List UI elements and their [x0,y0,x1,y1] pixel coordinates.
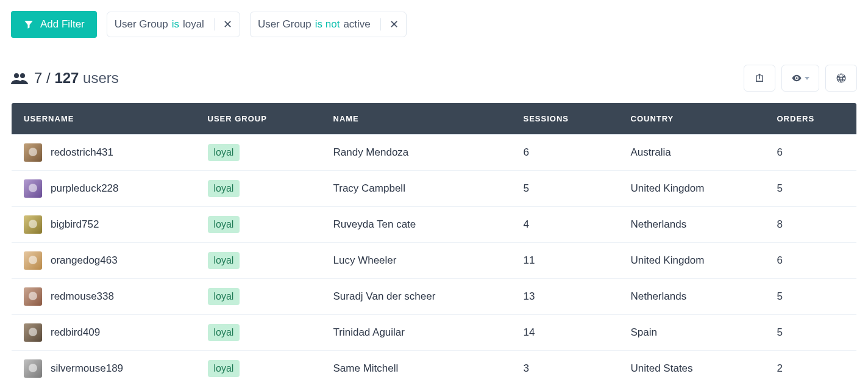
avatar [24,359,42,378]
name-cell: Ruveyda Ten cate [321,207,511,243]
column-header-orders[interactable]: ORDERS [765,103,857,135]
sessions-cell: 14 [511,315,619,351]
avatar [24,179,42,198]
name-cell: Same Mitchell [321,351,511,383]
user-group-badge: loyal [208,252,240,268]
avatar [24,143,42,162]
name-cell: Tracy Campbell [321,171,511,207]
column-header-username[interactable]: USERNAME [12,103,196,135]
column-header-country[interactable]: COUNTRY [619,103,765,135]
filter-chip-divider [214,18,215,31]
orders-cell: 6 [765,135,857,171]
filter-chip-value: active [343,18,370,31]
column-header-user-group[interactable]: USER GROUP [196,103,321,135]
column-header-name[interactable]: NAME [321,103,511,135]
user-group-badge: loyal [208,288,240,305]
username-text: orangedog463 [51,254,118,267]
table-row[interactable]: redmouse338loyalSuradj Van der scheer13N… [12,279,857,315]
table-toolbar [744,65,857,92]
svg-point-0 [14,73,19,78]
country-cell: United Kingdom [619,171,765,207]
table-row[interactable]: orangedog463loyalLucy Wheeler11United Ki… [12,243,857,279]
filter-chip-divider [380,18,381,31]
add-filter-label: Add Filter [40,18,85,31]
filter-icon [23,19,34,30]
orders-cell: 8 [765,207,857,243]
avatar [24,323,42,342]
sessions-cell: 4 [511,207,619,243]
filter-chip-operator: is [172,18,179,31]
name-cell: Suradj Van der scheer [321,279,511,315]
country-cell: Netherlands [619,279,765,315]
export-icon [754,73,765,84]
orders-cell: 2 [765,351,857,383]
filter-chip[interactable]: User Group is loyal ✕ [107,12,240,37]
orders-cell: 6 [765,243,857,279]
count-shown: 7 [34,70,42,86]
table-row[interactable]: redostrich431loyalRandy Mendoza6Australi… [12,135,857,171]
table-row[interactable]: purpleduck228loyalTracy Campbell5United … [12,171,857,207]
filter-bar: Add Filter User Group is loyal ✕ User Gr… [11,11,857,38]
sessions-cell: 5 [511,171,619,207]
orders-cell: 5 [765,279,857,315]
username-text: silvermouse189 [51,362,123,375]
export-button[interactable] [744,65,775,92]
eye-icon [791,73,802,84]
avatar [24,215,42,234]
name-cell: Trinidad Aguilar [321,315,511,351]
username-text: purpleduck228 [51,182,119,195]
sessions-cell: 6 [511,135,619,171]
table-row[interactable]: silvermouse189loyalSame Mitchell3United … [12,351,857,383]
country-cell: United States [619,351,765,383]
name-cell: Randy Mendoza [321,135,511,171]
count-separator: / [46,70,51,86]
svg-point-1 [20,73,25,78]
visibility-dropdown-button[interactable] [781,65,819,92]
user-group-badge: loyal [208,216,240,232]
sessions-cell: 3 [511,351,619,383]
filter-chip-remove-icon[interactable]: ✕ [223,19,232,30]
filter-chip-operator: is not [315,18,340,31]
username-text: redbird409 [51,326,100,339]
count-total: 127 [54,70,79,86]
country-cell: Netherlands [619,207,765,243]
table-header: USERNAME USER GROUP NAME SESSIONS COUNTR… [12,103,857,135]
name-cell: Lucy Wheeler [321,243,511,279]
avatar [24,287,42,306]
country-cell: Spain [619,315,765,351]
sessions-cell: 13 [511,279,619,315]
filter-chip-remove-icon[interactable]: ✕ [390,19,399,30]
username-text: redmouse338 [51,290,114,303]
filter-chip-field: User Group [115,18,168,31]
filter-chip-value: loyal [183,18,204,31]
globe-button[interactable] [825,65,857,92]
users-label: users [83,70,119,86]
filter-chip[interactable]: User Group is not active ✕ [250,12,407,37]
chevron-down-icon [805,77,809,80]
user-group-badge: loyal [208,324,240,341]
username-text: redostrich431 [51,146,113,159]
orders-cell: 5 [765,171,857,207]
orders-cell: 5 [765,315,857,351]
avatar [24,251,42,270]
users-table: USERNAME USER GROUP NAME SESSIONS COUNTR… [11,103,857,382]
country-cell: United Kingdom [619,243,765,279]
user-group-badge: loyal [208,144,240,160]
table-row[interactable]: bigbird752loyalRuveyda Ten cate4Netherla… [12,207,857,243]
sessions-cell: 11 [511,243,619,279]
summary-row: 7 / 127 users [11,65,857,92]
globe-icon [836,73,847,84]
add-filter-button[interactable]: Add Filter [11,11,97,38]
user-group-badge: loyal [208,180,240,196]
column-header-sessions[interactable]: SESSIONS [511,103,619,135]
table-row[interactable]: redbird409loyalTrinidad Aguilar14Spain5 [12,315,857,351]
user-count-summary: 7 / 127 users [11,70,119,87]
user-group-badge: loyal [208,360,240,377]
users-icon [11,72,28,84]
username-text: bigbird752 [51,218,99,231]
filter-chip-field: User Group [258,18,311,31]
country-cell: Australia [619,135,765,171]
